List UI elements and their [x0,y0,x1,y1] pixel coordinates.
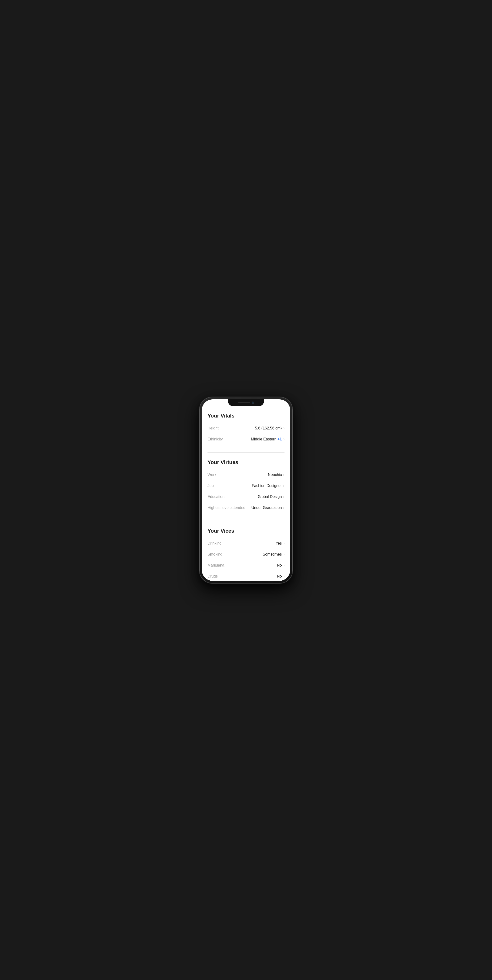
chevron-icon-vices-2: › [283,563,284,568]
section-divider-1 [208,521,284,521]
section-title-vitals: Your Vitals [202,408,290,423]
chevron-icon-vices-0: › [283,541,284,546]
row-value-wrap-virtues-2: Global Design› [258,495,284,499]
row-vices-3[interactable]: DrugsNo› [202,571,290,581]
row-label-virtues-3: Highest level attended [208,506,245,510]
row-value-wrap-vitals-0: 5.6 (162.56 cm)› [255,426,284,430]
section-title-vices: Your Vices [202,523,290,538]
camera [252,401,254,404]
chevron-icon-virtues-0: › [283,473,284,477]
row-label-vices-0: Drinking [208,541,222,546]
row-highlight-vitals-1: +1 [277,437,282,441]
section-divider-0 [208,452,284,453]
row-value-wrap-vices-0: Yes› [276,541,284,546]
chevron-icon-virtues-3: › [283,506,284,510]
row-vices-0[interactable]: DrinkingYes› [202,538,290,549]
screen-content[interactable]: Your VitalsHeight5.6 (162.56 cm)›Ethinic… [202,399,290,581]
row-label-virtues-1: Job [208,484,214,488]
row-virtues-2[interactable]: EducationGlobal Design› [202,491,290,502]
row-value-vices-0: Yes [276,541,282,546]
chevron-icon-vitals-1: › [283,437,284,441]
chevron-icon-virtues-2: › [283,495,284,499]
row-value-wrap-virtues-3: Under Graduation› [251,506,284,510]
row-label-vices-2: Marijuana [208,563,224,568]
section-spacer [202,513,290,519]
chevron-icon-vices-1: › [283,552,284,557]
section-spacer [202,445,290,450]
row-virtues-1[interactable]: JobFashion Designer› [202,480,290,491]
row-label-virtues-0: Work [208,473,216,477]
row-label-virtues-2: Education [208,495,224,499]
row-value-virtues-0: Neochic [268,473,282,477]
row-label-vitals-1: Ethinicity [208,437,223,441]
section-title-virtues: Your Virtues [202,455,290,469]
row-value-vitals-0: 5.6 (162.56 cm) [255,426,282,430]
chevron-icon-vitals-0: › [283,426,284,430]
row-vices-1[interactable]: SmokingSometimes› [202,549,290,560]
row-value-virtues-3: Under Graduation [251,506,282,510]
row-value-virtues-2: Global Design [258,495,282,499]
row-value-wrap-vices-2: No› [277,563,284,568]
chevron-icon-virtues-1: › [283,484,284,488]
row-value-vices-1: Sometimes [263,552,282,557]
row-value-wrap-virtues-1: Fashion Designer› [252,484,284,488]
speaker [238,402,250,403]
row-virtues-0[interactable]: WorkNeochic› [202,469,290,480]
row-value-wrap-vitals-1: Middle Eastern +1› [251,437,284,441]
chevron-icon-vices-3: › [283,574,284,579]
row-vices-2[interactable]: MarijuanaNo› [202,560,290,571]
row-value-vitals-1: Middle Eastern [251,437,276,441]
row-label-vitals-0: Height [208,426,219,430]
notch [228,399,264,406]
phone-frame: Your VitalsHeight5.6 (162.56 cm)›Ethinic… [200,397,292,583]
row-value-virtues-1: Fashion Designer [252,484,282,488]
row-value-vices-2: No [277,563,282,568]
row-value-wrap-virtues-0: Neochic› [268,473,284,477]
phone-screen: Your VitalsHeight5.6 (162.56 cm)›Ethinic… [202,399,290,581]
row-virtues-3[interactable]: Highest level attendedUnder Graduation› [202,502,290,513]
row-label-vices-1: Smoking [208,552,222,557]
row-value-wrap-vices-3: No› [277,574,284,579]
row-label-vices-3: Drugs [208,574,218,579]
row-value-wrap-vices-1: Sometimes› [263,552,284,557]
row-vitals-1[interactable]: EthinicityMiddle Eastern +1› [202,434,290,445]
row-vitals-0[interactable]: Height5.6 (162.56 cm)› [202,423,290,434]
row-value-vices-3: No [277,574,282,579]
